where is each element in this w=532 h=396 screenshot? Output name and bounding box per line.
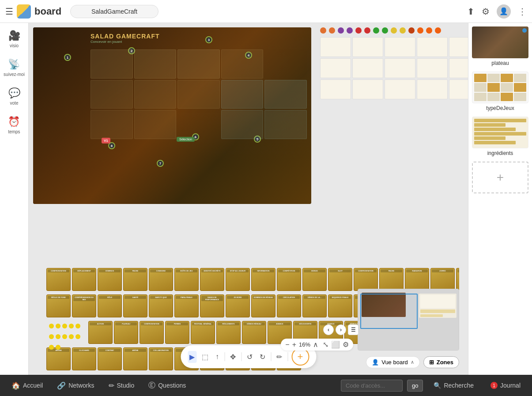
nav-item-questions[interactable]: Ⓔ Questions — [142, 378, 192, 393]
arrow-up-tool[interactable]: ↑ — [214, 351, 221, 362]
game-card[interactable]: PAUSE — [379, 268, 404, 291]
canvas-area[interactable]: SALAD GAMECRAFT Concevoir en jouant 1 2 … — [29, 23, 468, 375]
nav-item-recherche[interactable]: 🔍 Recherche — [427, 379, 480, 392]
dot — [435, 27, 441, 34]
mini-card-overlay — [91, 80, 133, 109]
sidebar-thumbnail-typeDeJeux[interactable] — [472, 72, 528, 103]
sidebar-tool-temps[interactable]: ⏰ temps — [8, 116, 20, 134]
networks-label: Networks — [68, 382, 94, 389]
game-card[interactable]: BASES DE PERFORMANCE — [200, 294, 224, 317]
selection-badge: Sélection — [177, 137, 195, 142]
game-card[interactable]: CONFRONTATION — [140, 321, 164, 344]
game-card[interactable]: BOÎTE DE JEU — [174, 268, 199, 291]
game-card[interactable]: BONUS — [302, 268, 327, 291]
game-card[interactable]: FESTIVAL GÉNÉRAL — [191, 321, 215, 344]
menu-button[interactable]: ☰ — [5, 6, 13, 17]
game-card[interactable]: CONFRONTATION — [354, 268, 378, 291]
game-card[interactable]: PLATEAU — [114, 321, 138, 344]
nav-item-networks[interactable]: 🔗 Networks — [51, 379, 100, 392]
card-title: CONTRAT — [99, 349, 121, 352]
undo-button[interactable]: ↺ — [245, 351, 254, 363]
game-card[interactable]: COLLABORATION — [149, 347, 173, 370]
add-element-button[interactable]: + — [291, 348, 309, 366]
vue-board-button[interactable]: 👤 Vue board ∧ — [366, 356, 420, 368]
go-button[interactable]: go — [407, 380, 423, 392]
nav-item-studio[interactable]: ✏ Studio — [102, 379, 141, 392]
game-card[interactable]: CONFRONTATION — [46, 268, 71, 291]
project-name-button[interactable]: SaladGameCraft — [70, 5, 158, 18]
game-card[interactable]: PERMIS — [165, 321, 189, 344]
sidebar-tool-vote[interactable]: 💬 vote — [8, 87, 20, 106]
fit-screen-button[interactable]: ⤡ — [323, 340, 328, 349]
card-title: STOP AU JOUEUR — [227, 269, 249, 272]
game-card[interactable]: SAFETY QUIZ — [149, 294, 173, 317]
list-view-button[interactable]: ☰ — [348, 324, 358, 335]
game-card[interactable]: DÉMOS DE LA... — [302, 294, 327, 317]
move-tool[interactable]: ✥ — [228, 351, 238, 363]
mini-card-overlay — [177, 49, 220, 79]
game-card[interactable]: PARA-FINALE — [174, 294, 199, 317]
game-card[interactable]: RÉGLEMENTS — [216, 321, 241, 344]
game-card[interactable]: COMPRÉHENSION DU MOI — [72, 294, 96, 317]
recherche-label: Recherche — [444, 382, 474, 389]
game-card[interactable]: SEQUENCE FINALE — [328, 294, 352, 317]
game-card[interactable]: INFORMATION — [251, 268, 275, 291]
zoom-out-button[interactable]: − — [285, 341, 289, 349]
sidebar-tool-visio[interactable]: 🎥 visio — [8, 30, 20, 48]
sidebar-thumbnail-ingredients[interactable] — [472, 117, 528, 148]
add-card-button[interactable]: + — [472, 162, 528, 193]
game-card[interactable]: IDENTITÉ SECRÈTE — [200, 268, 224, 291]
game-card[interactable]: COMPÉTITION — [277, 268, 301, 291]
game-card[interactable]: ARÈNE — [123, 347, 147, 370]
zones-button[interactable]: ⊞ Zones — [423, 356, 459, 368]
game-card[interactable]: CONSIGNE — [149, 268, 173, 291]
sidebar-tool-suivez-moi[interactable]: 📡 suivez-moi — [4, 59, 25, 77]
upload-button[interactable]: ⬆ — [467, 6, 475, 17]
avatar[interactable]: 👤 — [497, 4, 511, 19]
zoom-in-button[interactable]: + — [292, 341, 296, 349]
dot — [364, 27, 370, 34]
game-card[interactable]: ACTION — [88, 321, 113, 344]
zoom-chevron-up[interactable]: ∧ — [313, 340, 318, 349]
game-card[interactable]: RÔLE — [98, 294, 122, 317]
settings-button[interactable]: ⚙ — [482, 6, 490, 17]
game-card[interactable]: DÉMOS RÉSEAU — [242, 321, 266, 344]
game-card[interactable]: RÈGLE DE FOND — [46, 294, 71, 317]
nav-item-journal[interactable]: 1 Journal — [484, 379, 527, 392]
game-card[interactable]: SLOT — [328, 268, 352, 291]
mini-map-strip — [420, 309, 455, 313]
game-card[interactable]: DÉPLACEMENT — [72, 268, 96, 291]
game-card[interactable]: SANTÉ — [123, 294, 147, 317]
game-card[interactable]: STOP AU JOUEUR — [226, 268, 250, 291]
app-title: board — [34, 6, 61, 17]
capture-button[interactable]: ⬜ — [331, 340, 340, 349]
nav-item-accueil[interactable]: 🏠 Accueil — [5, 379, 49, 392]
grid-cell — [487, 93, 500, 101]
nav-right: go 🔍 Recherche 1 Journal — [341, 379, 527, 392]
access-code-input[interactable] — [341, 380, 403, 392]
game-card[interactable]: CIRCULATION — [277, 294, 301, 317]
nav-next-button[interactable]: › — [336, 324, 346, 335]
card-title: SAFETY QUIZ — [150, 296, 172, 299]
game-card[interactable]: DOMINOS DE RÉSEAU — [251, 294, 275, 317]
game-card[interactable]: RADIATION — [405, 268, 429, 291]
sidebar-thumbnail-plateau[interactable] — [472, 26, 528, 58]
settings-view-button[interactable]: ⚙ — [343, 340, 349, 349]
game-card[interactable]: CONTRAT — [98, 347, 122, 370]
redo-button[interactable]: ↻ — [258, 351, 267, 363]
game-card[interactable]: ZORRO — [430, 268, 455, 291]
dot — [408, 27, 415, 34]
game-card[interactable]: DOMINOS — [98, 268, 122, 291]
select-tool[interactable]: ▶ — [188, 351, 196, 363]
nav-prev-button[interactable]: ‹ — [323, 324, 334, 335]
more-menu-button[interactable]: ⋮ — [518, 6, 527, 17]
sidebar-label-ingredients: ingrédients — [487, 150, 513, 156]
lasso-tool[interactable]: ⬚ — [200, 351, 210, 363]
game-card[interactable]: ZE BORD — [226, 294, 250, 317]
info-card — [417, 58, 448, 78]
draw-tool[interactable]: ✏ — [275, 351, 284, 363]
game-card[interactable]: DEL — [456, 268, 459, 291]
mini-map-viewport[interactable] — [360, 294, 418, 329]
game-card[interactable]: PAUSE — [123, 268, 147, 291]
yellow-dots-cluster — [46, 321, 86, 356]
